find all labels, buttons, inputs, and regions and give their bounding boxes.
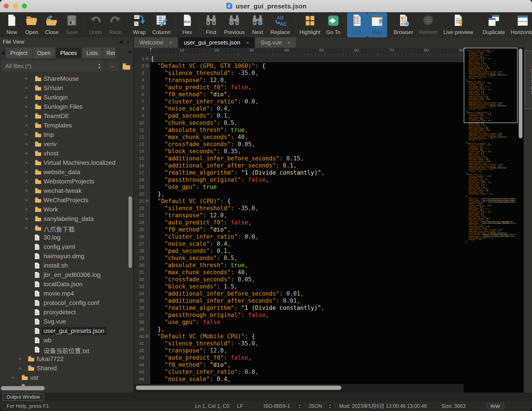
tree-item-file[interactable]: 设备当前位置.txt (0, 345, 133, 354)
code-line[interactable]: 38 "use_gpu": false (134, 318, 464, 326)
code-line[interactable]: 15 "additional_infer_before_seconds": 0.… (134, 155, 464, 162)
code-line[interactable]: 32 "crossfade_seconds": 0.05, (134, 276, 464, 283)
editor-vertical-scrollbar[interactable] (519, 49, 522, 138)
live-preview-button[interactable]: Live preview (441, 13, 476, 37)
code-line[interactable]: 23 "transpose": 12.0, (134, 212, 464, 219)
tree-expander-icon[interactable]: + (19, 366, 21, 371)
tree-item-folder[interactable]: +website_data (0, 168, 133, 177)
choose-folder-button[interactable] (121, 61, 132, 72)
tree-item-file[interactable]: install.sh (0, 261, 133, 270)
tree-expander-icon[interactable]: + (11, 375, 14, 380)
tree-item-file[interactable]: protocol_config.conf (0, 298, 133, 308)
code-line[interactable]: 11 "absolute_thresh": true, (134, 126, 464, 133)
tree-item-folder[interactable]: +Sunlogin (0, 93, 133, 102)
tree-expander-icon[interactable]: + (25, 141, 28, 147)
code-line[interactable]: 43 "auto_predict_f0": false, (134, 354, 464, 361)
fold-marker-icon[interactable] (145, 57, 149, 60)
status-line-ending[interactable]: LF (237, 401, 243, 411)
function-list-tab[interactable]: Function List (525, 51, 532, 109)
fold-marker-icon[interactable] (145, 334, 149, 338)
hex-button[interactable]: 0101Hex (177, 13, 197, 37)
tree-item-file[interactable]: 30.log (0, 233, 133, 242)
tree-item-folder[interactable]: +Virtual Machines.localized (0, 158, 133, 168)
tree-item-file[interactable]: Svg.vue (0, 317, 133, 326)
code-line[interactable]: 37 "passthrough_original": false, (134, 311, 464, 318)
code-editor[interactable]: 1{2 "Default VC (GPU, GTX 1060)": {3 "si… (134, 55, 464, 384)
tree-expander-icon[interactable]: + (25, 179, 28, 184)
code-line[interactable]: 45 "cluster_infer_ratio": 0.0, (134, 368, 464, 375)
fold-marker-icon[interactable] (145, 64, 149, 67)
code-line[interactable]: 19 "use_gpu": true (134, 183, 464, 190)
code-line[interactable]: 5 "auto_predict_f0": false, (134, 84, 464, 91)
close-folder-button[interactable]: Close (42, 13, 62, 37)
code-line[interactable]: 26 "cluster_infer_ratio": 0.0, (134, 233, 464, 240)
code-line[interactable]: 1{ (134, 55, 464, 62)
tree-expander-icon[interactable]: + (25, 216, 28, 222)
file-filter-select[interactable]: All files (*) ▲▼ (2, 60, 104, 72)
browser-button[interactable]: Browser (391, 13, 416, 37)
code-line[interactable]: 17 "realtime_algorithm": "1 (Divide cons… (134, 169, 464, 176)
editor-tab-welcome[interactable]: Welcome× (134, 37, 178, 48)
code-line[interactable]: 29 "chunk_seconds": 0.5, (134, 254, 464, 262)
status-encoding[interactable]: ISO-8859-1 (264, 401, 290, 411)
code-line[interactable]: 13 "crossfade_seconds": 0.05, (134, 141, 464, 148)
code-line[interactable]: 10 "chunk_seconds": 0.5, (134, 119, 464, 126)
code-line[interactable]: 21 "Default VC (CPU)": { (134, 197, 464, 205)
code-line[interactable]: 42 "transpose": 12.0, (134, 347, 464, 354)
file-view-tab-lists[interactable]: Lists (82, 48, 102, 58)
code-line[interactable]: 41 "silence_threshold": -35.0, (134, 340, 464, 347)
tab-close-icon[interactable]: × (169, 39, 172, 46)
code-line[interactable]: 2 "Default VC (GPU, GTX 1060)": { (134, 62, 464, 69)
tree-item-folder[interactable]: +WeChatProjects (0, 196, 133, 205)
tree-expander-icon[interactable]: + (25, 197, 28, 203)
tree-item-file[interactable]: wb (0, 336, 133, 345)
tabs-scroll-left-icon[interactable]: ◀ (0, 50, 6, 56)
find-button[interactable]: Find (201, 13, 221, 37)
code-line[interactable]: 16 "additional_infer_after_seconds": 0.1… (134, 162, 464, 169)
panel-collapse-icon[interactable]: ◀ (119, 39, 123, 45)
tree-item-file[interactable]: localData.json (0, 280, 133, 289)
tree-expander-icon[interactable]: + (25, 104, 28, 109)
filter-spinner-icon[interactable]: ▲▼ (96, 62, 102, 70)
tree-expander-icon[interactable]: + (25, 225, 28, 231)
code-line[interactable]: 34 "additional_infer_before_seconds": 0.… (134, 290, 464, 297)
tree-expander-icon[interactable]: + (25, 151, 28, 156)
code-line[interactable]: 31 "max_chunk_seconds": 40, (134, 269, 464, 276)
output-window-button[interactable]: Output Window (3, 393, 44, 401)
replace-button[interactable]: ABACReplace (267, 13, 293, 37)
code-line[interactable]: 40 "Default VC (Mobile CPU)": { (134, 333, 464, 340)
tree-expander-icon[interactable]: + (25, 169, 28, 175)
code-line[interactable]: 20 }, (134, 190, 464, 197)
tree-expander-icon[interactable]: + (25, 85, 28, 91)
minimap-viewport[interactable] (464, 48, 518, 123)
tree-item-folder[interactable]: +tmp (0, 130, 133, 140)
map-button[interactable]: Map (367, 13, 387, 37)
code-line[interactable]: 12 "max_chunk_seconds": 40, (134, 133, 464, 141)
tree-item-file[interactable]: jbr_err_pid60306.log (0, 270, 133, 280)
code-line[interactable]: 3 "silence_threshold": -35.0, (134, 69, 464, 77)
code-line[interactable]: 14 "block_seconds": 0.35, (134, 148, 464, 155)
new-file-button[interactable]: New (2, 13, 22, 37)
highlight-button[interactable]: Highlight (297, 13, 323, 37)
tree-item-folder[interactable]: +Shared (0, 364, 133, 373)
file-view-tab-remote[interactable]: Remote (103, 48, 115, 58)
code-line[interactable]: 25 "f0_method": "dio", (134, 226, 464, 233)
file-tree-vertical-scrollbar[interactable] (128, 196, 132, 268)
status-readwrite-badge[interactable]: R/W (486, 402, 505, 410)
file-tree-horizontal-scrollbar[interactable] (1, 386, 45, 390)
editor-hscroll-thumb[interactable] (136, 386, 341, 390)
tree-item-folder[interactable]: +SiYuan (0, 84, 133, 93)
tree-item-file[interactable]: user_gui_presets.json (0, 326, 133, 336)
file-view-tab-open[interactable]: Open (33, 48, 55, 58)
tree-item-folder[interactable]: +WebstormProjects (0, 177, 133, 186)
encoding-spinner-icon[interactable]: ▲▼ (296, 403, 303, 410)
column-button[interactable]: Column (149, 13, 173, 37)
tree-item-folder[interactable]: +xanylabeling_data (0, 214, 133, 224)
tree-item-folder[interactable]: +fukai7722 (0, 354, 133, 364)
find-next-button[interactable]: Next (247, 13, 267, 37)
duplicate-button[interactable]: Duplicate (480, 13, 508, 37)
code-line[interactable]: 22 "silence_threshold": -35.0, (134, 205, 464, 212)
lci-button[interactable]: LCI (347, 13, 367, 37)
code-line[interactable]: 8 "noise_scale": 0.4, (134, 105, 464, 112)
code-line[interactable]: 39 }, (134, 326, 464, 333)
